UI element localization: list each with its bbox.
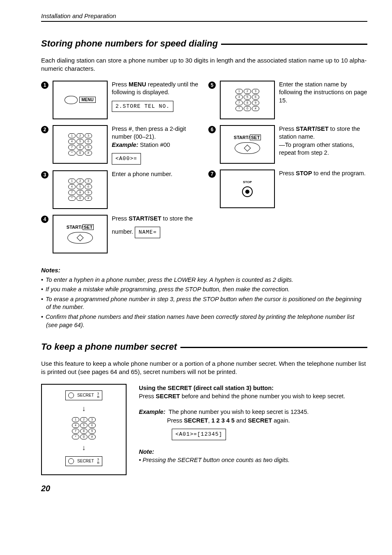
using-text: Press SECRET before and behind the phone… bbox=[139, 392, 367, 400]
example-block: Example: The phone number you wish to ke… bbox=[139, 408, 367, 425]
diamond-icon bbox=[77, 234, 84, 241]
step-5: 5 123 456 789 *0# Enter the station name… bbox=[208, 81, 367, 119]
note-item: To enter a hyphen in a phone number, pre… bbox=[41, 276, 367, 284]
step-badge-4: 4 bbox=[41, 216, 48, 223]
lcd-2: <A00>= bbox=[112, 153, 141, 165]
oval-icon bbox=[67, 232, 93, 244]
startset-label: START/SET bbox=[67, 225, 94, 230]
panel-keypad-2: 123 456 789 *0# bbox=[53, 125, 108, 164]
panel-stop: STOP bbox=[220, 170, 275, 208]
step7-text: Press STOP to end the program. bbox=[279, 170, 367, 208]
step-6: 6 START/SET Press START/SET to store the… bbox=[208, 125, 367, 164]
lcd-secret: <A01>=[12345] bbox=[172, 429, 226, 440]
title-rule bbox=[221, 44, 367, 45]
notes-list: To enter a hyphen in a phone number, pre… bbox=[41, 276, 367, 329]
lcd-4: NAME= bbox=[135, 227, 160, 238]
note2-header: Note: bbox=[139, 448, 367, 456]
step3-text: Enter a phone number. bbox=[112, 170, 200, 209]
lcd-1: 2.STORE TEL NO. bbox=[112, 101, 173, 112]
page-header: Installation and Preparation bbox=[41, 12, 367, 22]
panel-menu: MENU bbox=[53, 81, 108, 119]
section2-intro: Use this feature to keep a whole phone n… bbox=[41, 360, 367, 376]
secret-sup: 3B bbox=[97, 392, 99, 399]
step1-text: Press MENU repeatedly until the followin… bbox=[112, 81, 198, 96]
step-4: 4 START/SET Press START/SET to store the… bbox=[41, 215, 200, 253]
section1-title-text: Storing phone numbers for speed dialing bbox=[41, 38, 218, 49]
oval-icon bbox=[235, 142, 260, 154]
title-rule bbox=[180, 347, 368, 348]
keypad-icon: 123 456 789 *0# bbox=[72, 417, 96, 439]
note-item: Confirm that phone numbers and their sta… bbox=[41, 313, 367, 329]
step2-example-val: Station #00 bbox=[138, 142, 170, 148]
step-7: 7 STOP Press STOP to end the program. bbox=[208, 170, 367, 208]
step-badge-3: 3 bbox=[41, 171, 48, 179]
startset-label: START/SET bbox=[234, 135, 261, 140]
secret-button-row: SECRET 3B bbox=[65, 456, 102, 466]
step-badge-5: 5 bbox=[208, 81, 216, 89]
section1-title: Storing phone numbers for speed dialing bbox=[41, 38, 367, 49]
secret-sup: 3B bbox=[97, 458, 99, 464]
keypad-icon: 123 456 789 *0# bbox=[68, 179, 92, 201]
note-item: To erase a programmed phone number in st… bbox=[41, 295, 367, 311]
step6-text: Press START/SET to store the station nam… bbox=[279, 125, 360, 140]
secret-panel: SECRET 3B ↓ 123 456 789 *0# ↓ SECRET 3B bbox=[41, 384, 127, 475]
step-1: 1 MENU Press MENU repeatedly until the f… bbox=[41, 81, 200, 119]
menu-button-icon: MENU bbox=[79, 97, 95, 103]
secret-label: SECRET bbox=[77, 393, 94, 397]
down-arrow-icon: ↓ bbox=[82, 404, 86, 413]
note2-text: • Pressing the SECRET button once counts… bbox=[139, 456, 367, 464]
panel-startset-6: START/SET bbox=[220, 125, 275, 164]
step2-example-label: Example: bbox=[112, 142, 138, 148]
circle-icon bbox=[68, 392, 74, 398]
step-3: 3 123 456 789 *0# Enter a phone number. bbox=[41, 170, 200, 209]
section2-title-text: To keep a phone number secret bbox=[41, 341, 177, 352]
stop-label: STOP bbox=[243, 180, 252, 184]
section1-intro: Each dialing station can store a phone n… bbox=[41, 56, 367, 73]
step2-text: Press #, then press a 2-digit number (00… bbox=[112, 125, 200, 141]
page-number: 20 bbox=[41, 484, 50, 493]
down-arrow-icon: ↓ bbox=[82, 444, 86, 452]
secret-label: SECRET bbox=[77, 459, 94, 463]
step-2: 2 123 456 789 *0# Press #, then press a … bbox=[41, 125, 200, 165]
step6-sub: —To program other stations, repeat from … bbox=[279, 141, 367, 157]
diamond-icon bbox=[244, 144, 251, 151]
note-item: If you make a mistake while programming,… bbox=[41, 286, 367, 294]
panel-startset-4: START/SET bbox=[53, 215, 108, 253]
step-badge-7: 7 bbox=[208, 170, 216, 178]
step-badge-1: 1 bbox=[41, 81, 48, 89]
notes-header: Notes: bbox=[41, 267, 367, 274]
keypad-icon: 123 456 789 *0# bbox=[235, 89, 259, 111]
secret-button-row: SECRET 3B bbox=[65, 390, 102, 400]
step5-text: Enter the station name by following the … bbox=[279, 81, 367, 119]
panel-keypad-3: 123 456 789 *0# bbox=[53, 170, 108, 209]
using-header: Using the SECRET (direct call station 3)… bbox=[139, 384, 367, 392]
step-badge-2: 2 bbox=[41, 126, 48, 133]
oval-icon bbox=[65, 96, 78, 104]
keypad-icon: 123 456 789 *0# bbox=[68, 133, 92, 156]
circle-icon bbox=[68, 458, 74, 464]
panel-keypad-5: 123 456 789 *0# bbox=[220, 81, 275, 119]
step-badge-6: 6 bbox=[208, 126, 216, 133]
section2-title: To keep a phone number secret bbox=[41, 341, 367, 352]
stop-icon bbox=[242, 186, 253, 197]
